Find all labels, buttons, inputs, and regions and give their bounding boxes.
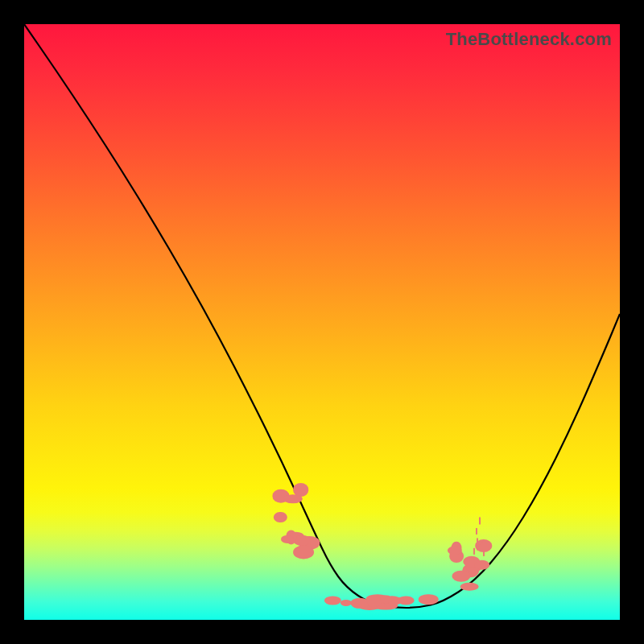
marker-tick: [476, 528, 477, 535]
marker-tick: [481, 542, 483, 551]
marker-tick: [477, 538, 478, 550]
marker-blob: [419, 594, 439, 605]
marker-blob: [293, 545, 314, 559]
marker-tick: [479, 517, 481, 524]
bottleneck-curve: [24, 24, 620, 608]
marker-blob: [474, 559, 490, 570]
chart-frame: TheBottleneck.com: [24, 24, 620, 620]
marker-tick: [473, 547, 475, 554]
curve-svg: [24, 24, 620, 620]
marker-blob: [398, 596, 415, 605]
marker-blob: [350, 598, 369, 609]
marker-tick: [483, 551, 485, 556]
marker-blob: [380, 595, 393, 604]
